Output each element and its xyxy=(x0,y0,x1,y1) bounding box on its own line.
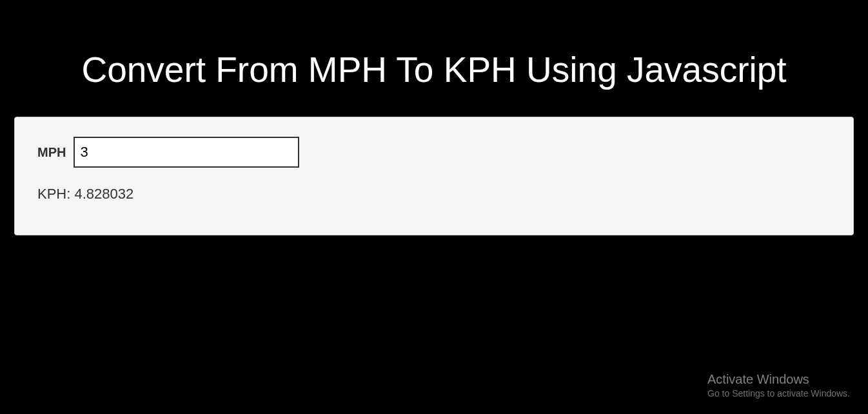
converter-panel: MPH KPH: 4.828032 xyxy=(14,117,854,235)
mph-input[interactable] xyxy=(74,137,299,168)
kph-result: KPH: 4.828032 xyxy=(37,186,831,202)
page-title: Convert From MPH To KPH Using Javascript xyxy=(13,48,855,91)
watermark-title: Activate Windows xyxy=(707,372,850,387)
mph-label: MPH xyxy=(37,145,66,160)
watermark-subtitle: Go to Settings to activate Windows. xyxy=(707,388,850,399)
input-row: MPH xyxy=(37,137,831,168)
windows-watermark: Activate Windows Go to Settings to activ… xyxy=(707,372,850,399)
